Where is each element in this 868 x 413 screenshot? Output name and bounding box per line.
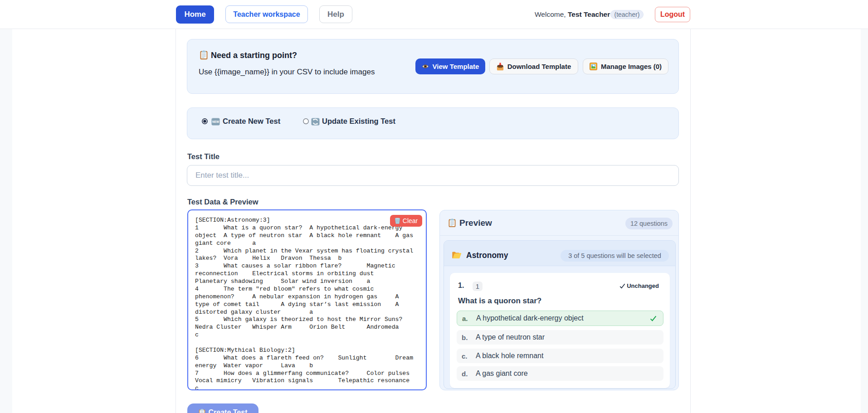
svg-text:NEW: NEW — [212, 120, 219, 123]
